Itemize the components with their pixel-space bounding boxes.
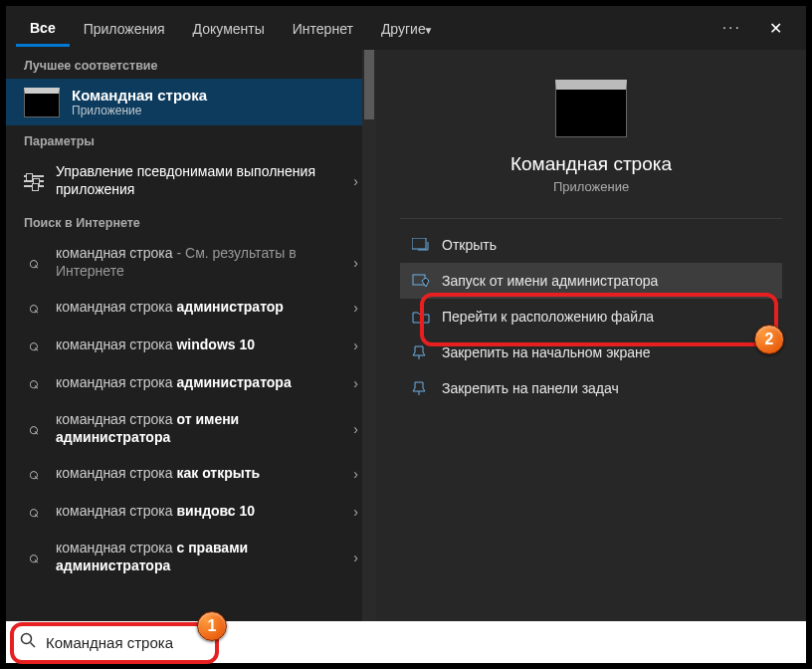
action-pin-taskbar[interactable]: Закрепить на панели задач	[400, 370, 782, 406]
action-open-location-label: Перейти к расположению файла	[442, 309, 654, 325]
section-web: Поиск в Интернете	[6, 207, 376, 236]
pin-start-icon	[412, 345, 430, 359]
search-icon	[24, 335, 44, 355]
web-result-text: командная строка администратор	[56, 299, 341, 317]
tab-documents[interactable]: Документы	[179, 11, 279, 45]
best-match-item[interactable]: Командная строка Приложение	[6, 79, 376, 125]
chevron-right-icon: ›	[353, 337, 358, 353]
preview-title: Командная строка	[510, 153, 672, 175]
folder-icon	[412, 310, 430, 324]
sliders-icon	[24, 175, 44, 187]
best-match-title: Командная строка	[72, 87, 207, 104]
search-icon	[24, 298, 44, 318]
chevron-right-icon: ›	[353, 466, 358, 482]
action-open-location[interactable]: Перейти к расположению файла	[400, 299, 782, 334]
web-result-6[interactable]: командная строка виндовс 10›	[6, 493, 376, 531]
web-result-text: командная строка windows 10	[56, 336, 341, 354]
search-icon	[24, 373, 44, 393]
close-button[interactable]: ✕	[755, 19, 796, 38]
search-icon	[24, 502, 44, 522]
chevron-right-icon: ›	[353, 421, 358, 437]
tab-apps[interactable]: Приложения	[70, 11, 179, 45]
web-result-1[interactable]: командная строка администратор›	[6, 289, 376, 327]
web-result-text: командная строка - См. результаты в Инте…	[56, 245, 341, 280]
tab-more[interactable]: Другие ▼	[367, 11, 448, 45]
web-result-4[interactable]: командная строка от имени администратора…	[6, 402, 376, 455]
search-icon	[24, 253, 44, 273]
tab-all[interactable]: Все	[16, 10, 70, 47]
more-button[interactable]: ···	[709, 19, 755, 37]
chevron-right-icon: ›	[353, 504, 358, 520]
preview-panel: Командная строка Приложение Открыть Запу…	[376, 50, 806, 621]
search-icon	[20, 632, 36, 652]
search-icon	[24, 419, 44, 439]
action-pin-start[interactable]: Закрепить на начальном экране	[400, 334, 782, 370]
results-panel: Лучшее соответствие Командная строка При…	[6, 50, 376, 621]
settings-result-label: Управление псевдонимами выполнения прило…	[56, 163, 341, 198]
web-result-0[interactable]: командная строка - См. результаты в Инте…	[6, 236, 376, 289]
best-match-subtitle: Приложение	[72, 104, 207, 117]
chevron-right-icon: ›	[353, 375, 358, 391]
chevron-right-icon: ›	[353, 255, 358, 271]
action-open-label: Открыть	[442, 237, 497, 253]
svg-line-3	[31, 643, 36, 648]
svg-point-2	[22, 634, 32, 644]
web-result-text: командная строка от имени администратора	[56, 411, 341, 446]
search-tabs: Все Приложения Документы Интернет Другие…	[6, 6, 806, 50]
tab-internet[interactable]: Интернет	[279, 11, 367, 45]
web-result-2[interactable]: командная строка windows 10›	[6, 327, 376, 364]
annotation-badge-1: 1	[197, 611, 227, 641]
annotation-badge-2: 2	[754, 325, 784, 354]
cmd-icon	[24, 88, 60, 117]
web-result-text: командная строка виндовс 10	[56, 503, 341, 521]
preview-subtitle: Приложение	[553, 179, 629, 194]
action-pin-taskbar-label: Закрепить на панели задач	[442, 380, 619, 396]
chevron-right-icon: ›	[353, 173, 358, 189]
web-result-5[interactable]: командная строка как открыть›	[6, 455, 376, 493]
search-bar	[6, 621, 806, 663]
action-run-as-admin-label: Запуск от имени администратора	[442, 273, 658, 289]
chevron-right-icon: ›	[353, 550, 358, 565]
search-icon	[24, 464, 44, 484]
admin-icon	[412, 274, 430, 288]
search-input[interactable]	[46, 634, 792, 651]
results-scrollbar[interactable]	[362, 50, 376, 621]
web-result-text: командная строка администратора	[56, 374, 341, 392]
open-icon	[412, 238, 430, 252]
settings-result-alias-management[interactable]: Управление псевдонимами выполнения прило…	[6, 154, 376, 207]
svg-rect-0	[412, 238, 426, 249]
section-settings: Параметры	[6, 125, 376, 154]
section-best-match: Лучшее соответствие	[6, 50, 376, 79]
search-icon	[24, 548, 44, 567]
preview-app-icon	[555, 80, 627, 137]
web-result-3[interactable]: командная строка администратора›	[6, 364, 376, 402]
web-result-text: командная строка как открыть	[56, 465, 341, 483]
pin-taskbar-icon	[412, 381, 430, 395]
chevron-down-icon: ▼	[424, 25, 434, 36]
web-result-7[interactable]: командная строка с правами администратор…	[6, 531, 376, 583]
chevron-right-icon: ›	[353, 300, 358, 316]
action-open[interactable]: Открыть	[400, 227, 782, 263]
action-pin-start-label: Закрепить на начальном экране	[442, 344, 651, 360]
divider	[400, 218, 782, 219]
scrollbar-thumb[interactable]	[364, 50, 374, 119]
action-run-as-admin[interactable]: Запуск от имени администратора	[400, 263, 782, 299]
web-result-text: командная строка с правами администратор…	[56, 540, 341, 574]
